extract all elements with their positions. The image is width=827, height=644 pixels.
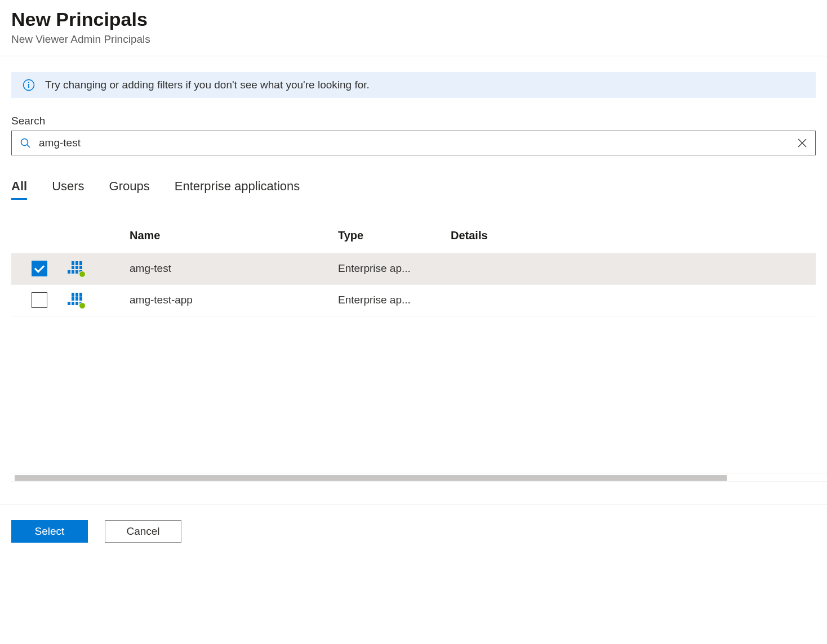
scrollbar-thumb[interactable] <box>15 475 727 481</box>
row-checkbox[interactable] <box>32 261 47 276</box>
tabs: All Users Groups Enterprise applications <box>11 179 816 200</box>
search-box <box>11 131 816 155</box>
row-checkbox[interactable] <box>32 292 47 308</box>
search-input[interactable] <box>35 135 795 151</box>
tab-groups[interactable]: Groups <box>109 179 150 200</box>
enterprise-app-icon <box>68 261 85 276</box>
search-icon <box>17 137 35 149</box>
select-button[interactable]: Select <box>11 520 88 543</box>
footer: Select Cancel <box>0 504 827 543</box>
page-title: New Principals <box>11 8 816 31</box>
info-bar: Try changing or adding filters if you do… <box>11 72 816 98</box>
search-label: Search <box>11 115 816 127</box>
results-table: . . Name Type Details amg-test Enterpris… <box>11 229 816 316</box>
info-icon <box>23 79 35 91</box>
svg-line-4 <box>27 145 29 147</box>
tab-all[interactable]: All <box>11 179 27 200</box>
horizontal-scrollbar[interactable] <box>11 473 827 482</box>
tab-users[interactable]: Users <box>52 179 84 200</box>
col-type: Type <box>338 229 451 242</box>
col-details: Details <box>451 229 816 242</box>
clear-search-button[interactable] <box>795 136 810 150</box>
table-row[interactable]: amg-test-app Enterprise ap... <box>11 285 816 316</box>
close-icon <box>797 138 807 148</box>
svg-rect-2 <box>28 84 29 88</box>
svg-point-1 <box>28 82 29 83</box>
tab-enterprise-applications[interactable]: Enterprise applications <box>175 179 300 200</box>
row-name: amg-test-app <box>130 294 338 306</box>
page-subtitle: New Viewer Admin Principals <box>11 33 816 46</box>
cancel-button[interactable]: Cancel <box>105 520 181 543</box>
row-name: amg-test <box>130 262 338 275</box>
row-type: Enterprise ap... <box>338 262 451 275</box>
enterprise-app-icon <box>68 293 85 307</box>
col-name: Name <box>130 229 338 242</box>
table-row[interactable]: amg-test Enterprise ap... <box>11 253 816 285</box>
info-message: Try changing or adding filters if you do… <box>45 79 370 91</box>
header-divider <box>0 56 827 56</box>
row-type: Enterprise ap... <box>338 294 451 306</box>
